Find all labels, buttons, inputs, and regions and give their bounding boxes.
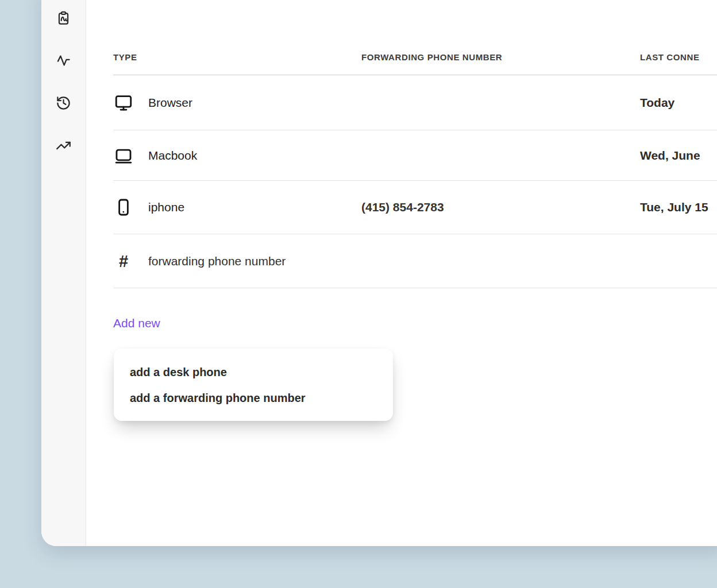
activity-icon[interactable] xyxy=(52,49,75,72)
device-name: iphone xyxy=(148,200,184,214)
table-row-browser[interactable]: Browser Today xyxy=(113,75,717,130)
devices-panel: TYPE FORWARDING PHONE NUMBER LAST CONNE … xyxy=(86,0,717,546)
device-name: Browser xyxy=(148,96,192,110)
column-header-last-connected: LAST CONNE xyxy=(640,52,717,62)
last-connected-value: Tue, July 15 xyxy=(640,200,717,214)
menu-item-add-forwarding-phone-number[interactable]: add a forwarding phone number xyxy=(130,385,393,411)
table-row-forwarding-number[interactable]: # forwarding phone number xyxy=(113,234,717,288)
laptop-icon xyxy=(113,145,134,166)
device-name: Macbook xyxy=(148,149,197,163)
table-header-row: TYPE FORWARDING PHONE NUMBER LAST CONNE xyxy=(113,0,717,75)
monitor-icon xyxy=(113,92,134,113)
last-connected-value: Today xyxy=(640,96,717,110)
table-row-iphone[interactable]: iphone (415) 854-2783 Tue, July 15 xyxy=(113,181,717,234)
column-header-forwarding-phone-number: FORWARDING PHONE NUMBER xyxy=(361,52,640,62)
add-new-button[interactable]: Add new xyxy=(113,315,160,332)
last-connected-value: Wed, June xyxy=(640,149,717,163)
add-new-menu: add a desk phone add a forwarding phone … xyxy=(114,349,393,421)
sidebar xyxy=(41,0,86,546)
notes-ai-clipboard-icon[interactable] xyxy=(52,6,75,29)
smartphone-icon xyxy=(113,197,134,218)
forwarding-phone-value: (415) 854-2783 xyxy=(361,200,640,214)
history-icon[interactable] xyxy=(52,91,75,114)
menu-item-add-desk-phone[interactable]: add a desk phone xyxy=(130,359,393,385)
trending-up-icon[interactable] xyxy=(52,134,75,157)
hash-icon: # xyxy=(113,251,134,272)
app-window: TYPE FORWARDING PHONE NUMBER LAST CONNE … xyxy=(41,0,717,546)
column-header-type: TYPE xyxy=(113,52,361,62)
forwarding-number-label: forwarding phone number xyxy=(148,254,286,268)
table-row-macbook[interactable]: Macbook Wed, June xyxy=(113,130,717,181)
